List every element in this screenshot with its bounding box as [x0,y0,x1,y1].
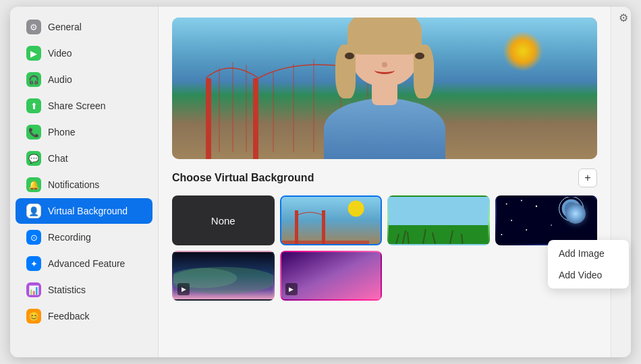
none-label: None [211,215,235,226]
gear-button[interactable]: ⚙ [614,8,631,27]
svg-point-35 [501,234,502,235]
background-bridge[interactable] [280,195,383,245]
section-title: Choose Virtual Background [172,172,314,184]
sidebar-item-notifications[interactable]: 🔔Notifications [16,172,152,198]
person-overlay [317,18,452,159]
sidebar-item-recording[interactable]: ⊙Recording [16,224,152,250]
plus-icon: + [584,172,590,184]
share-screen-icon: ⬆ [26,98,41,113]
section-header: Choose Virtual Background + [172,169,597,187]
svg-point-30 [520,200,522,202]
virtual-background-icon: 👤 [26,204,41,218]
svg-rect-16 [389,197,489,225]
statistics-label: Statistics [48,284,86,295]
svg-point-31 [535,206,536,207]
recording-label: Recording [48,232,91,243]
purple-video-icon: ▶ [285,283,298,295]
main-content: Choose Virtual Background + None [159,7,611,357]
general-label: General [48,22,82,32]
svg-point-12 [347,201,364,217]
general-icon: ⚙ [26,20,41,34]
chat-label: Chat [48,153,68,164]
add-image-option[interactable]: Add Image [548,243,629,264]
sidebar-item-chat[interactable]: 💬Chat [16,146,152,171]
feedback-label: Feedback [48,311,89,322]
feedback-icon: 😊 [26,309,41,324]
recording-icon: ⊙ [26,230,41,245]
phone-icon: 📞 [26,125,41,140]
sidebar-item-virtual-background[interactable]: 👤Virtual Background [16,198,152,224]
background-space[interactable] [495,195,598,245]
sidebar-item-statistics[interactable]: 📊Statistics [16,277,152,303]
add-background-button[interactable]: + [578,169,597,187]
space-thumb-svg [497,197,596,244]
grass-thumb-svg [389,197,489,244]
sidebar-item-feedback[interactable]: 😊Feedback [16,303,152,329]
statistics-icon: 📊 [26,282,41,297]
advanced-feature-icon: ✦ [26,256,41,271]
sidebar-item-general[interactable]: ⚙General [16,14,152,40]
add-video-option[interactable]: Add Video [548,264,629,286]
video-icon: ▶ [26,46,41,61]
audio-icon: 🎧 [26,72,41,87]
background-aurora[interactable]: ▶ [172,251,275,301]
chat-icon: 💬 [26,151,41,166]
virtual-background-label: Virtual Background [48,206,128,216]
sidebar-item-audio[interactable]: 🎧Audio [16,67,152,92]
preview-container [172,18,597,159]
svg-rect-15 [281,241,369,244]
notifications-icon: 🔔 [26,177,41,192]
sidebar-item-advanced-feature[interactable]: ✦Advanced Feature [16,251,152,276]
svg-point-32 [511,220,512,221]
share-screen-label: Share Screen [48,100,106,111]
svg-point-34 [526,229,527,231]
background-none[interactable]: None [172,195,275,245]
svg-point-33 [551,224,552,226]
video-label: Video [48,48,72,59]
background-grid: None [172,195,597,301]
aurora-video-icon: ▶ [177,283,190,295]
add-dropdown: Add Image Add Video [548,240,629,289]
svg-point-29 [505,204,507,205]
phone-label: Phone [48,127,75,138]
background-purple[interactable]: ▶ [280,251,383,301]
app-window: ⚙General▶Video🎧Audio⬆Share Screen📞Phone💬… [10,7,631,357]
background-grass[interactable] [387,195,490,245]
advanced-feature-label: Advanced Feature [48,258,125,269]
notifications-label: Notifications [48,179,99,190]
sidebar-item-share-screen[interactable]: ⬆Share Screen [16,93,152,119]
right-panel: ⚙ [611,7,631,357]
svg-point-28 [564,202,578,216]
gear-icon: ⚙ [619,11,628,24]
sidebar: ⚙General▶Video🎧Audio⬆Share Screen📞Phone💬… [10,7,159,357]
audio-label: Audio [48,74,72,85]
bridge-thumb-svg [281,197,381,244]
sidebar-item-phone[interactable]: 📞Phone [16,119,152,145]
sidebar-item-video[interactable]: ▶Video [16,40,152,66]
